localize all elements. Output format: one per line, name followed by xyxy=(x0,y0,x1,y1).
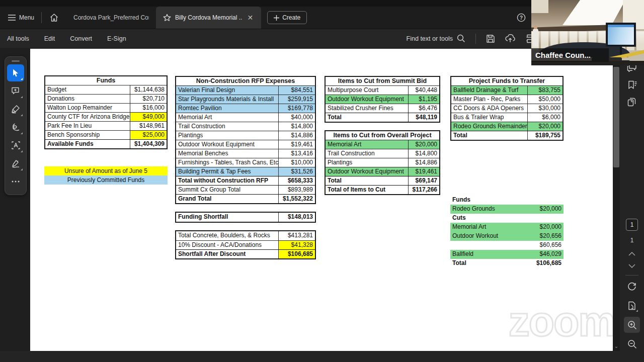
fit-page-button[interactable] xyxy=(624,298,640,314)
vertical-scrollbar[interactable]: ⌄ xyxy=(613,48,620,351)
meeting-video-overlay[interactable]: Chaffee Coun... xyxy=(531,0,644,65)
table-row: Total$106,685 xyxy=(450,259,564,268)
page-thumbnails-button[interactable] xyxy=(627,98,636,107)
hamburger-icon xyxy=(8,15,16,21)
table-row: 10% Discount - ACA/Donations$41,328 xyxy=(176,240,315,249)
fill-sign-tool-button[interactable] xyxy=(7,155,24,172)
table-row: Furnishings - Tables, Trash Cans, Etc$10… xyxy=(176,158,315,167)
table-row: Memorial Benches$13,416 xyxy=(176,149,315,158)
table-row: Memorial Art$20,000 xyxy=(326,140,439,149)
rotate-icon xyxy=(627,282,637,292)
rfp-expenses-table: Non-Construction RFP ExpensesValerian Fi… xyxy=(175,76,316,204)
table-row: Plantings$14,886 xyxy=(176,131,315,140)
rotate-page-button[interactable] xyxy=(624,279,640,295)
nav-all-tools[interactable]: All tools xyxy=(7,35,29,42)
table-row: Outdoor Workout Equipment$19,461 xyxy=(326,167,439,176)
nav-esign[interactable]: E-Sign xyxy=(107,35,126,42)
table-row: Outdoor Workout$20,656 xyxy=(450,232,564,241)
table-row: CC Doors & ADA Openers$30,000 xyxy=(451,104,562,113)
table-row: Bench Sponsorship$25,000 xyxy=(45,130,167,139)
scroll-down-icon[interactable]: ⌄ xyxy=(613,343,620,349)
table-row: Total$48,119 xyxy=(326,113,439,122)
table-row: Multipurpose Court$40,448 xyxy=(326,85,439,95)
close-tab-icon[interactable]: ✕ xyxy=(246,14,254,22)
summary-table: FundsRodeo Grounds$20,000CutsMemorial Ar… xyxy=(450,196,564,268)
table-title: Funds xyxy=(45,76,167,85)
legend-unsure: Unsure of Amount as of June 5 xyxy=(44,166,168,175)
legend-committed: Previously Committed Funds xyxy=(44,175,168,185)
save-button[interactable] xyxy=(486,34,495,43)
add-comment-icon xyxy=(11,86,21,96)
tab-title: Cordova Park_Preferred Concep... xyxy=(73,14,149,21)
table-row: Total$69,147 xyxy=(326,176,439,185)
add-comment-tool-button[interactable] xyxy=(7,82,24,100)
table-row: Funding Shortfall$148,013 xyxy=(176,213,315,222)
video-caption: Chaffee Coun... xyxy=(531,48,609,62)
shortfall-detail-table: Total Concrete, Boulders, & Rocks$413,28… xyxy=(175,230,316,259)
video-person xyxy=(533,29,538,47)
table-row: Memorial Art$40,000 xyxy=(176,113,315,122)
fill-sign-icon xyxy=(11,159,21,168)
table-row: Stabilized Crusher Fines$6,476 xyxy=(326,104,439,113)
table-row: County CTF for Arizona Bridge$49,000 xyxy=(45,112,167,121)
select-arrow-icon xyxy=(12,68,20,77)
right-panel-rail: 1 1 xyxy=(620,48,644,362)
table-row: Summit Cx Group Total$893,989 xyxy=(176,185,315,194)
search-icon xyxy=(457,34,465,43)
table-row: Cuts xyxy=(450,214,564,223)
table-row: Building Permit & Tap Fees$31,526 xyxy=(176,167,315,176)
table-row: Shortfall After Discount$106,685 xyxy=(176,249,315,258)
rail-drag-handle[interactable] xyxy=(12,60,20,62)
menu-button[interactable]: Menu xyxy=(0,7,41,29)
nav-edit[interactable]: Edit xyxy=(44,35,55,42)
bookmarks-panel-button[interactable] xyxy=(627,80,637,89)
home-button[interactable] xyxy=(42,7,66,29)
previous-page-button[interactable] xyxy=(628,252,635,256)
pages-icon xyxy=(627,98,636,107)
table-row: Total without Construction RFP$658,333 xyxy=(176,176,315,185)
find-text-button[interactable]: Find text or tools xyxy=(407,34,465,43)
scrollbar-thumb[interactable] xyxy=(613,67,619,167)
quick-tools-rail xyxy=(5,56,27,195)
legend: Unsure of Amount as of June 5 Previously… xyxy=(44,166,168,185)
help-button[interactable]: ? xyxy=(517,13,526,22)
more-tools-button[interactable] xyxy=(7,173,24,190)
video-person-head xyxy=(534,25,537,29)
create-button[interactable]: Create xyxy=(267,11,307,24)
fit-page-icon xyxy=(627,301,636,310)
tab-cordova-park[interactable]: Cordova Park_Preferred Concep... xyxy=(66,7,156,29)
next-page-button[interactable] xyxy=(628,264,635,268)
select-tool-button[interactable] xyxy=(7,64,24,81)
video-presentation-screen xyxy=(606,23,636,47)
table-row: Ballfield Drainage & Turf$83,755 xyxy=(451,85,562,95)
menu-label: Menu xyxy=(19,14,34,21)
chevron-down-icon xyxy=(628,264,635,268)
zoom-in-button[interactable] xyxy=(624,317,640,333)
table-title: Non-Construction RFP Expenses xyxy=(176,77,315,85)
select-text-tool-button[interactable] xyxy=(7,137,24,154)
select-text-icon xyxy=(11,141,21,150)
table-row: Walton Loop Remainder$16,000 xyxy=(45,103,167,112)
highlight-tool-button[interactable] xyxy=(7,101,24,118)
zoom-out-button[interactable] xyxy=(624,336,640,352)
zoom-watermark: zoom xyxy=(509,300,615,342)
draw-tool-button[interactable] xyxy=(7,119,24,136)
summit-cuts-table: Items to Cut from Summit BidMultipurpose… xyxy=(325,76,440,123)
page-total-label: 1 xyxy=(630,237,634,244)
table-row: Total Concrete, Boulders, & Rocks$413,28… xyxy=(176,231,315,240)
zoom-in-icon xyxy=(627,320,637,330)
pdf-page[interactable]: FundsBudget$1,144,638Donations$20,710Wal… xyxy=(30,49,613,351)
tab-title: Billy Cordova Memorial .. xyxy=(175,14,242,21)
share-button[interactable] xyxy=(505,34,515,43)
document-area: FundsBudget$1,144,638Donations$20,710Wal… xyxy=(0,48,644,351)
find-label: Find text or tools xyxy=(407,35,453,42)
overall-cuts-table: Items to Cut from Overall ProjectMemoria… xyxy=(325,130,440,195)
divider xyxy=(475,34,476,44)
star-icon xyxy=(163,14,171,22)
table-row: Total$189,755 xyxy=(451,131,562,140)
page-number-input[interactable]: 1 xyxy=(626,219,638,231)
table-row: $60,656 xyxy=(450,241,564,250)
tab-billy-cordova[interactable]: Billy Cordova Memorial .. ✕ xyxy=(156,7,261,29)
nav-convert[interactable]: Convert xyxy=(70,35,92,42)
table-row: Available Funds$1,404,309 xyxy=(45,139,167,148)
